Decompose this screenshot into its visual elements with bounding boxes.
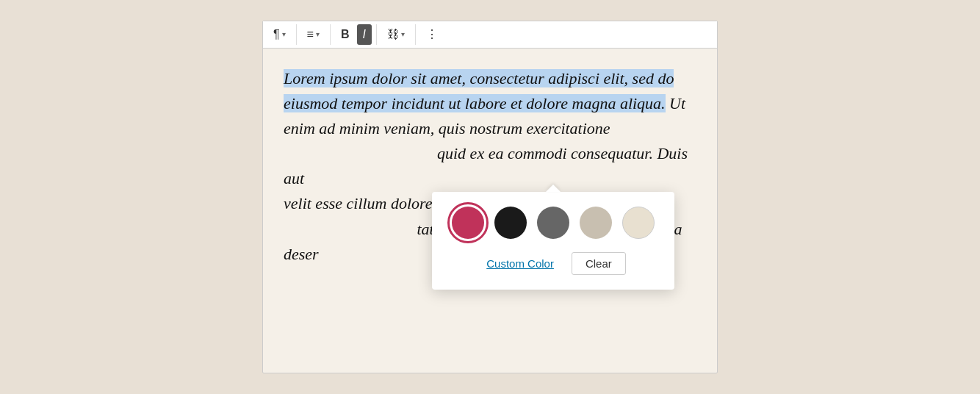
selected-text: Lorem ipsum dolor sit amet, consectetur … xyxy=(284,69,674,112)
more-icon: ⋮ xyxy=(426,29,438,40)
paragraph-chevron: ▾ xyxy=(282,31,286,38)
bold-button[interactable]: B xyxy=(335,24,356,45)
toolbar: ¶ ▾ ≡ ▾ B I ⛓ ▾ ⋮ xyxy=(263,21,717,49)
color-picker-actions: Custom Color Clear xyxy=(450,252,657,275)
editor-content[interactable]: Lorem ipsum dolor sit amet, consectetur … xyxy=(263,49,717,284)
paragraph-icon: ¶ xyxy=(273,29,280,40)
color-swatches xyxy=(450,207,657,239)
color-swatch-off-white[interactable] xyxy=(622,207,655,239)
link-group: ⛓ ▾ xyxy=(381,24,416,45)
link-chevron: ▾ xyxy=(401,31,405,38)
bold-label: B xyxy=(341,29,350,40)
after-popup-text: quid ex ea commodi consequatur. Duis aut xyxy=(284,144,688,187)
editor-container: ¶ ▾ ≡ ▾ B I ⛓ ▾ ⋮ xyxy=(262,21,718,373)
italic-label: I xyxy=(363,29,366,40)
paragraph-group: ¶ ▾ xyxy=(267,24,297,45)
color-swatch-light-gray[interactable] xyxy=(580,207,612,239)
link-button[interactable]: ⛓ ▾ xyxy=(381,24,411,45)
color-picker-popup: Custom Color Clear xyxy=(432,192,674,290)
align-group: ≡ ▾ xyxy=(301,24,331,45)
more-group: ⋮ xyxy=(420,24,448,45)
align-button[interactable]: ≡ ▾ xyxy=(301,24,325,45)
more-button[interactable]: ⋮ xyxy=(420,24,444,45)
color-swatch-black[interactable] xyxy=(494,207,527,239)
color-swatch-red[interactable] xyxy=(452,207,484,239)
paragraph-button[interactable]: ¶ ▾ xyxy=(267,24,292,45)
align-chevron: ▾ xyxy=(316,31,320,38)
color-swatch-dark-gray[interactable] xyxy=(537,207,569,239)
custom-color-button[interactable]: Custom Color xyxy=(480,254,560,273)
clear-button[interactable]: Clear xyxy=(572,252,626,275)
format-group: B I xyxy=(335,24,377,45)
italic-button[interactable]: I xyxy=(357,24,372,45)
link-icon: ⛓ xyxy=(387,29,399,40)
align-icon: ≡ xyxy=(307,29,314,40)
